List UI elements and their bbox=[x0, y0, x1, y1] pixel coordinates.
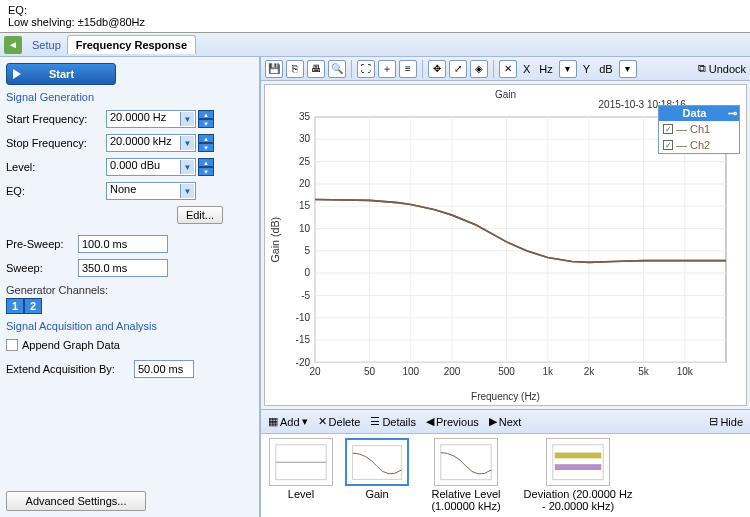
details-button[interactable]: ☰Details bbox=[367, 415, 419, 428]
svg-text:0: 0 bbox=[305, 267, 311, 278]
stop-freq-spinner[interactable]: ▲▼ bbox=[198, 134, 214, 152]
svg-text:15: 15 bbox=[299, 200, 310, 211]
start-freq-label: Start Frequency: bbox=[6, 113, 106, 125]
spec-low-shelving: Low shelving: ±15db@80Hz bbox=[8, 16, 742, 28]
svg-text:30: 30 bbox=[299, 133, 310, 144]
chevron-down-icon[interactable]: ▼ bbox=[180, 184, 194, 198]
play-icon bbox=[13, 69, 21, 79]
level-spinner[interactable]: ▲▼ bbox=[198, 158, 214, 176]
chevron-down-icon[interactable]: ▼ bbox=[180, 112, 194, 126]
svg-text:-15: -15 bbox=[296, 334, 311, 345]
align-icon[interactable]: ≡ bbox=[399, 60, 417, 78]
start-freq-spinner[interactable]: ▲▼ bbox=[198, 110, 214, 128]
legend: Data⊸ ✓— Ch1 ✓— Ch2 bbox=[658, 105, 740, 154]
chart-area[interactable]: 20501002005001k2k5k10k-20-15-10-50510152… bbox=[264, 84, 747, 406]
svg-text:5k: 5k bbox=[638, 366, 649, 377]
spec-header: EQ: Low shelving: ±15db@80Hz bbox=[0, 0, 750, 32]
thumbnail-strip: Level Gain Relative Level (1.00000 kHz) … bbox=[261, 433, 750, 517]
add-button[interactable]: ▦Add▾ bbox=[265, 415, 311, 428]
extend-acq-input[interactable] bbox=[134, 360, 194, 378]
thumb-relative-level[interactable]: Relative Level (1.00000 kHz) bbox=[421, 438, 511, 513]
start-button[interactable]: Start bbox=[6, 63, 116, 85]
close-icon[interactable]: ✕ bbox=[499, 60, 517, 78]
svg-rect-50 bbox=[353, 446, 402, 480]
advanced-settings-button[interactable]: Advanced Settings... bbox=[6, 491, 146, 511]
hide-button[interactable]: ⊟Hide bbox=[706, 415, 746, 428]
nav-tab-frequency-response[interactable]: Frequency Response bbox=[67, 35, 196, 54]
generator-channels-label: Generator Channels: bbox=[6, 284, 253, 296]
print-icon[interactable]: 🖶 bbox=[307, 60, 325, 78]
svg-text:Gain (dB): Gain (dB) bbox=[270, 217, 281, 263]
level-label: Level: bbox=[6, 161, 106, 173]
presweep-label: Pre-Sweep: bbox=[6, 238, 78, 250]
cursor-icon[interactable]: ✥ bbox=[428, 60, 446, 78]
legend-ch2-checkbox[interactable]: ✓ bbox=[663, 140, 673, 150]
marker-icon[interactable]: ◈ bbox=[470, 60, 488, 78]
svg-text:-20: -20 bbox=[296, 356, 311, 367]
x-axis-unit[interactable]: Hz bbox=[536, 63, 555, 75]
legend-ch2-label: — Ch2 bbox=[676, 139, 710, 151]
details-icon: ☰ bbox=[370, 415, 380, 428]
sidebar: Start Signal Generation Start Frequency:… bbox=[0, 57, 260, 517]
thumb-deviation[interactable]: Deviation (20.0000 Hz - 20.0000 kHz) bbox=[523, 438, 633, 513]
append-graph-checkbox[interactable] bbox=[6, 339, 18, 351]
autoscale-icon[interactable]: ⤢ bbox=[449, 60, 467, 78]
fit-icon[interactable]: ⛶ bbox=[357, 60, 375, 78]
legend-ch1-checkbox[interactable]: ✓ bbox=[663, 124, 673, 134]
gen-channel-1[interactable]: 1 bbox=[6, 298, 24, 314]
sweep-input[interactable] bbox=[78, 259, 168, 277]
svg-text:-5: -5 bbox=[301, 289, 310, 300]
stop-freq-label: Stop Frequency: bbox=[6, 137, 106, 149]
chart-toolbar: 💾 ⎘ 🖶 🔍 ⛶ ＋ ≡ ✥ ⤢ ◈ ✕ X Hz ▾ Y dB ▾ ⧉ Un… bbox=[261, 57, 750, 81]
x-axis-label: X bbox=[520, 63, 533, 75]
delete-button[interactable]: ✕Delete bbox=[315, 415, 364, 428]
svg-text:25: 25 bbox=[299, 156, 310, 167]
thumb-gain[interactable]: Gain bbox=[345, 438, 409, 513]
zoom-icon[interactable]: 🔍 bbox=[328, 60, 346, 78]
legend-ch1-label: — Ch1 bbox=[676, 123, 710, 135]
eq-edit-button[interactable]: Edit... bbox=[177, 206, 223, 224]
back-arrow-icon[interactable]: ◄ bbox=[4, 36, 22, 54]
svg-rect-53 bbox=[555, 453, 602, 459]
svg-text:Gain: Gain bbox=[495, 89, 516, 100]
previous-button[interactable]: ◀Previous bbox=[423, 415, 482, 428]
svg-text:35: 35 bbox=[299, 111, 310, 122]
level-input[interactable]: 0.000 dBu▼ bbox=[106, 158, 196, 176]
signal-generation-header: Signal Generation bbox=[6, 91, 253, 103]
chevron-down-icon[interactable]: ▼ bbox=[180, 136, 194, 150]
copy-icon[interactable]: ⎘ bbox=[286, 60, 304, 78]
y-axis-label: Y bbox=[580, 63, 593, 75]
nav-bar: ◄ Setup Frequency Response bbox=[0, 33, 750, 57]
svg-text:-10: -10 bbox=[296, 312, 311, 323]
save-icon[interactable]: 💾 bbox=[265, 60, 283, 78]
y-axis-unit[interactable]: dB bbox=[596, 63, 615, 75]
x-dropdown-icon[interactable]: ▾ bbox=[559, 60, 577, 78]
delete-icon: ✕ bbox=[318, 415, 327, 428]
svg-text:1k: 1k bbox=[542, 366, 553, 377]
next-button[interactable]: ▶Next bbox=[486, 415, 525, 428]
legend-header: Data bbox=[661, 107, 728, 120]
gen-channel-2[interactable]: 2 bbox=[24, 298, 42, 314]
svg-text:200: 200 bbox=[444, 366, 461, 377]
thumb-level[interactable]: Level bbox=[269, 438, 333, 513]
nav-setup[interactable]: Setup bbox=[32, 39, 61, 51]
presweep-input[interactable] bbox=[78, 235, 168, 253]
legend-pin-icon[interactable]: ⊸ bbox=[728, 107, 737, 120]
spec-eq: EQ: bbox=[8, 4, 742, 16]
stop-freq-input[interactable]: 20.0000 kHz▼ bbox=[106, 134, 196, 152]
chevron-down-icon[interactable]: ▼ bbox=[180, 160, 194, 174]
undock-button[interactable]: ⧉ Undock bbox=[698, 62, 746, 75]
eq-select[interactable]: None▼ bbox=[106, 182, 196, 200]
extend-acq-label: Extend Acquisition By: bbox=[6, 363, 134, 375]
svg-text:2k: 2k bbox=[584, 366, 595, 377]
undock-icon: ⧉ bbox=[698, 62, 706, 75]
sweep-label: Sweep: bbox=[6, 262, 78, 274]
start-freq-input[interactable]: 20.0000 Hz▼ bbox=[106, 110, 196, 128]
svg-rect-54 bbox=[555, 464, 602, 470]
svg-text:Frequency (Hz): Frequency (Hz) bbox=[471, 390, 540, 401]
svg-rect-51 bbox=[441, 445, 491, 480]
add-icon[interactable]: ＋ bbox=[378, 60, 396, 78]
acquisition-header: Signal Acquisition and Analysis bbox=[6, 320, 253, 332]
y-dropdown-icon[interactable]: ▾ bbox=[619, 60, 637, 78]
svg-text:50: 50 bbox=[364, 366, 375, 377]
